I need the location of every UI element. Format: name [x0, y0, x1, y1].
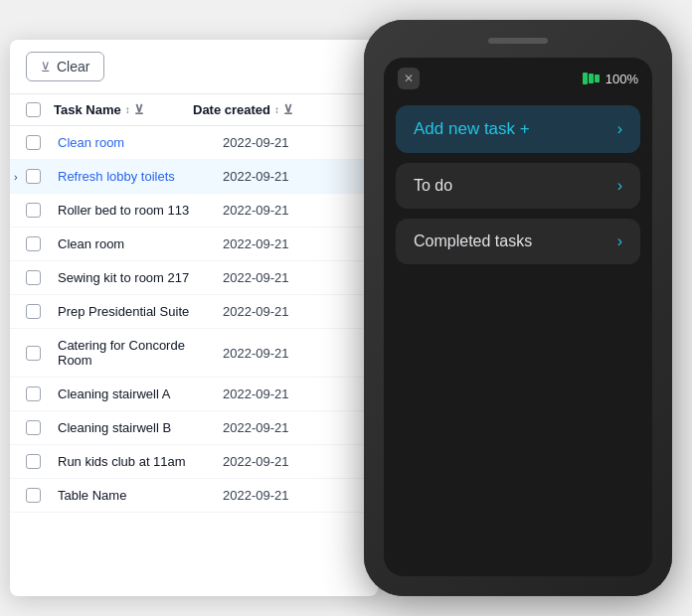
- row-checkbox[interactable]: [26, 420, 41, 435]
- row-date: 2022-09-21: [223, 270, 362, 285]
- row-checkbox[interactable]: [26, 203, 41, 218]
- chevron-right-icon: ›: [617, 232, 622, 250]
- header-checkbox-col: [26, 102, 54, 117]
- row-date: 2022-09-21: [223, 346, 362, 361]
- row-task-name: Prep Presidential Suite: [54, 304, 223, 319]
- row-checkbox[interactable]: [26, 454, 41, 469]
- clear-label: Clear: [57, 59, 89, 75]
- table-row[interactable]: Cleaning stairwell B 2022-09-21: [10, 411, 378, 445]
- table-body: Clean room 2022-09-21 › Refresh lobby to…: [10, 126, 378, 591]
- row-date: 2022-09-21: [223, 203, 362, 218]
- row-checkbox-col: [26, 488, 54, 503]
- close-button[interactable]: ✕: [398, 68, 420, 89]
- row-task-name: Clean room: [54, 236, 223, 251]
- battery-bar-1: [583, 73, 588, 84]
- row-checkbox[interactable]: [26, 488, 41, 503]
- select-all-checkbox[interactable]: [26, 102, 41, 117]
- row-date: 2022-09-21: [223, 135, 362, 150]
- table-row[interactable]: Run kids club at 11am 2022-09-21: [10, 445, 378, 479]
- table-row[interactable]: Clean room 2022-09-21: [10, 126, 378, 160]
- row-task-name: Table Name: [54, 488, 223, 503]
- chevron-right-icon: ›: [617, 177, 622, 195]
- row-date: 2022-09-21: [223, 386, 362, 401]
- table-row[interactable]: Cleaning stairwell A 2022-09-21: [10, 378, 378, 411]
- row-task-name: Refresh lobby toilets: [54, 169, 223, 184]
- table-row[interactable]: Catering for Concorde Room 2022-09-21: [10, 329, 378, 378]
- table-toolbar: ⊻ Clear: [10, 40, 378, 94]
- table-row[interactable]: Clean room 2022-09-21: [10, 228, 378, 261]
- row-task-name: Cleaning stairwell A: [54, 386, 223, 401]
- col-date-label: Date created: [193, 102, 270, 117]
- row-checkbox[interactable]: [26, 346, 41, 361]
- battery-icon: [583, 73, 600, 84]
- mobile-notch: [488, 38, 548, 44]
- mobile-device: ✕ 100% Add new task + › To do › Complete…: [364, 20, 672, 596]
- row-checkbox-col: [26, 270, 54, 285]
- row-date: 2022-09-21: [223, 454, 362, 469]
- row-checkbox-col: [26, 346, 54, 361]
- menu-item-label: Add new task +: [414, 119, 530, 139]
- row-task-name: Clean room: [54, 135, 223, 150]
- row-date: 2022-09-21: [223, 304, 362, 319]
- row-task-name: Sewing kit to room 217: [54, 270, 223, 285]
- clear-button[interactable]: ⊻ Clear: [26, 52, 104, 81]
- menu-item-completed-tasks[interactable]: Completed tasks ›: [396, 219, 640, 264]
- row-checkbox[interactable]: [26, 135, 41, 150]
- chevron-right-icon: ›: [617, 120, 622, 138]
- row-task-name: Cleaning stairwell B: [54, 420, 223, 435]
- sort-date-icon: ↕: [274, 104, 279, 115]
- row-checkbox[interactable]: [26, 236, 41, 251]
- sort-task-name-icon: ↕: [125, 104, 130, 115]
- row-checkbox-col: [26, 203, 54, 218]
- battery-area: 100%: [583, 72, 638, 86]
- mobile-screen: ✕ 100% Add new task + › To do › Complete…: [384, 58, 652, 576]
- row-checkbox[interactable]: [26, 304, 41, 319]
- table-row[interactable]: Roller bed to room 113 2022-09-21: [10, 194, 378, 228]
- filter-icon: ⊻: [41, 60, 51, 75]
- row-date: 2022-09-21: [223, 488, 362, 503]
- column-date-created[interactable]: Date created ↕ ⊻: [193, 102, 332, 117]
- row-checkbox-col: [26, 236, 54, 251]
- close-icon: ✕: [404, 72, 414, 85]
- table-row[interactable]: Sewing kit to room 217 2022-09-21: [10, 261, 378, 295]
- row-checkbox-col: [26, 169, 54, 184]
- col-task-name-label: Task Name: [54, 102, 121, 117]
- expand-arrow: ›: [14, 171, 18, 183]
- table-row[interactable]: › Refresh lobby toilets 2022-09-21: [10, 160, 378, 194]
- menu-item-label: Completed tasks: [414, 232, 532, 250]
- filter-task-name-icon: ⊻: [134, 102, 144, 117]
- row-checkbox-col: [26, 420, 54, 435]
- battery-percentage: 100%: [606, 72, 638, 86]
- battery-bar-3: [595, 75, 600, 82]
- row-task-name: Run kids club at 11am: [54, 454, 223, 469]
- row-checkbox-col: [26, 386, 54, 401]
- menu-item-label: To do: [414, 177, 452, 195]
- row-checkbox-col: [26, 135, 54, 150]
- row-date: 2022-09-21: [223, 169, 362, 184]
- column-task-name[interactable]: Task Name ↕ ⊻: [54, 102, 193, 117]
- row-checkbox-col: [26, 454, 54, 469]
- row-checkbox-col: [26, 304, 54, 319]
- row-date: 2022-09-21: [223, 420, 362, 435]
- row-checkbox[interactable]: [26, 386, 41, 401]
- menu-item-to-do[interactable]: To do ›: [396, 163, 640, 209]
- table-row[interactable]: Table Name 2022-09-21: [10, 479, 378, 513]
- menu-area: Add new task + › To do › Completed tasks…: [384, 95, 652, 576]
- table-header: Task Name ↕ ⊻ Date created ↕ ⊻: [10, 94, 378, 126]
- menu-item-add-task[interactable]: Add new task + ›: [396, 105, 640, 153]
- row-task-name: Roller bed to room 113: [54, 203, 223, 218]
- row-checkbox[interactable]: [26, 270, 41, 285]
- row-date: 2022-09-21: [223, 236, 362, 251]
- table-panel: ⊻ Clear Task Name ↕ ⊻ Date created ↕ ⊻ C…: [10, 40, 378, 596]
- status-bar: ✕ 100%: [384, 58, 652, 95]
- row-task-name: Catering for Concorde Room: [54, 338, 223, 368]
- filter-date-icon: ⊻: [283, 102, 293, 117]
- table-row[interactable]: Prep Presidential Suite 2022-09-21: [10, 295, 378, 329]
- battery-bar-2: [589, 74, 594, 83]
- row-checkbox[interactable]: [26, 169, 41, 184]
